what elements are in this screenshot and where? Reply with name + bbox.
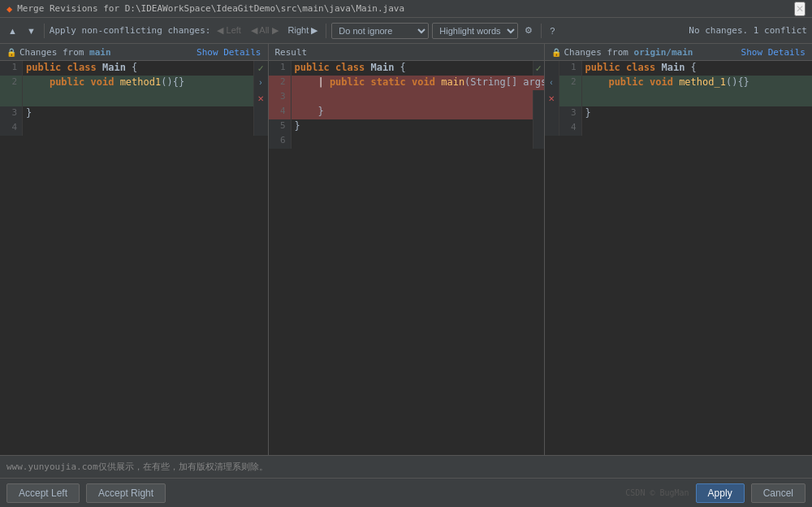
result-content-4: }: [292, 105, 533, 119]
highlight-dropdown[interactable]: Highlight words Highlight lines: [432, 23, 518, 39]
right-accept-2-button[interactable]: ‹: [548, 76, 554, 90]
left-gutter-4: 4: [0, 121, 23, 136]
settings-icon-button[interactable]: ⚙: [521, 24, 536, 37]
result-panel: Result 1 public class Main { ✓ 2 | publi…: [269, 44, 545, 455]
right-action-3: [545, 106, 559, 121]
left-accept-2-button[interactable]: ›: [257, 76, 263, 90]
right-line-3: 3 }: [545, 106, 813, 121]
result-content-1: public class Main {: [292, 61, 533, 76]
panels-container: 🔒 Changes from main Show Details 1 publi…: [0, 44, 812, 455]
action-bar: Accept Left Accept Right CSDN © BugMan A…: [0, 478, 812, 507]
result-content-2: | public static void main(String[] args)…: [292, 76, 544, 90]
status-bar: www.yunyoujia.com仅供展示，在有些，加有版权清理系则除。: [0, 455, 812, 478]
left-line-2: 2 public void method1(){} › ✕: [0, 76, 268, 106]
apply-right-button[interactable]: Right ▶: [285, 24, 322, 37]
left-branch-name: main: [89, 47, 111, 58]
left-gutter-2: 2: [0, 76, 23, 106]
csdn-watermark: CSDN © BugMan: [625, 488, 689, 497]
next-change-button[interactable]: ▼: [24, 24, 39, 37]
result-content-5: }: [292, 119, 533, 134]
right-line-4: 4: [545, 121, 813, 136]
right-action-2: ‹ ✕: [545, 76, 559, 106]
right-gutter-2: 2: [559, 76, 582, 106]
right-content-4: [582, 121, 813, 136]
left-reject-2-button[interactable]: ✕: [256, 92, 266, 106]
right-gutter-1: 1: [559, 61, 582, 76]
separator-3: [541, 24, 542, 38]
apply-left-button[interactable]: ◀ Left: [214, 24, 244, 37]
close-button[interactable]: ✕: [794, 2, 806, 16]
right-panel-header: 🔒 Changes from origin/main Show Details: [545, 44, 813, 61]
left-action-4: [253, 121, 268, 136]
right-show-details[interactable]: Show Details: [741, 47, 806, 58]
left-content-4: [23, 121, 253, 136]
result-action-3: [533, 90, 544, 105]
left-line-3: 3 }: [0, 106, 268, 121]
result-code-area[interactable]: 1 public class Main { ✓ 2 | public stati…: [269, 61, 544, 455]
left-lock-icon: 🔒: [6, 48, 16, 57]
ignore-dropdown[interactable]: Do not ignore Ignore whitespace: [331, 23, 429, 39]
left-panel-title: Changes from main: [19, 47, 111, 58]
cancel-button[interactable]: Cancel: [751, 483, 806, 503]
right-code-area: 1 public class Main { ‹ ✕ 2 public void …: [545, 61, 813, 455]
result-gutter-3: 3: [269, 90, 292, 105]
left-gutter-3: 3: [0, 106, 23, 121]
result-content-3: [292, 90, 533, 105]
result-action-1: ✓: [533, 61, 544, 76]
left-panel: 🔒 Changes from main Show Details 1 publi…: [0, 44, 269, 455]
prev-change-button[interactable]: ▲: [5, 24, 20, 37]
toolbar: ▲ ▼ Apply non-conflicting changes: ◀ Lef…: [0, 18, 812, 44]
result-line-5: 5 }: [269, 119, 544, 134]
result-gutter-1: 1: [269, 61, 292, 76]
left-content-1: public class Main {: [23, 61, 253, 76]
result-gutter-4: 4: [269, 105, 292, 119]
result-panel-header: Result: [269, 44, 544, 61]
right-action-4: [545, 121, 559, 136]
prev-icon: ▲: [8, 26, 17, 36]
left-line-4: 4: [0, 121, 268, 136]
title-bar: ◆ Merge Revisions for D:\IDEAWorkSpace\I…: [0, 0, 812, 18]
right-content-1: public class Main {: [582, 61, 813, 76]
left-panel-header: 🔒 Changes from main Show Details: [0, 44, 268, 61]
separator-1: [44, 24, 45, 38]
left-content-3: }: [23, 106, 253, 121]
action-bar-left: Accept Left Accept Right: [6, 483, 166, 503]
apply-all-button[interactable]: ◀ All ▶: [248, 24, 282, 37]
result-line-4: 4 }: [269, 105, 544, 119]
accept-right-button[interactable]: Accept Right: [86, 483, 166, 503]
result-label: Result: [275, 47, 308, 58]
left-action-1: ✓: [253, 61, 268, 76]
right-action-1: [545, 61, 559, 76]
result-gutter-6: 6: [269, 134, 292, 149]
apply-button[interactable]: Apply: [696, 483, 745, 503]
right-gutter-3: 3: [559, 106, 582, 121]
right-gutter-4: 4: [559, 121, 582, 136]
help-button[interactable]: ?: [546, 24, 558, 37]
left-panel-header-left: 🔒 Changes from main: [6, 47, 111, 58]
left-action-2: › ✕: [253, 76, 268, 106]
settings-icon: ⚙: [525, 25, 533, 36]
accept-left-button[interactable]: Accept Left: [6, 483, 80, 503]
result-line-6: 6: [269, 134, 544, 149]
result-check-1: ✓: [535, 63, 541, 74]
right-content-2: public void method_1(){}: [582, 76, 813, 106]
result-content-6: [292, 134, 533, 149]
apply-label: Apply non-conflicting changes:: [50, 25, 211, 36]
right-content-3: }: [582, 106, 813, 121]
separator-2: [326, 24, 326, 38]
right-panel-title: Changes from origin/main: [564, 47, 693, 58]
status-text: No changes. 1 conflict: [689, 25, 807, 36]
right-lock-icon: 🔒: [551, 48, 561, 57]
title-text: Merge Revisions for D:\IDEAWorkSpace\Ide…: [17, 3, 404, 14]
right-panel-header-left: 🔒 Changes from origin/main: [551, 47, 693, 58]
right-line-1: 1 public class Main {: [545, 61, 813, 76]
result-gutter-5: 5: [269, 119, 292, 134]
left-line-1: 1 public class Main { ✓: [0, 61, 268, 76]
left-show-details[interactable]: Show Details: [197, 47, 261, 58]
check-icon-1: ✓: [257, 63, 263, 74]
right-reject-2-button[interactable]: ✕: [546, 92, 556, 106]
right-panel: 🔒 Changes from origin/main Show Details …: [545, 44, 813, 455]
left-content-2: public void method1(){}: [23, 76, 253, 106]
left-gutter-1: 1: [0, 61, 23, 76]
action-bar-right: CSDN © BugMan Apply Cancel: [625, 483, 806, 503]
